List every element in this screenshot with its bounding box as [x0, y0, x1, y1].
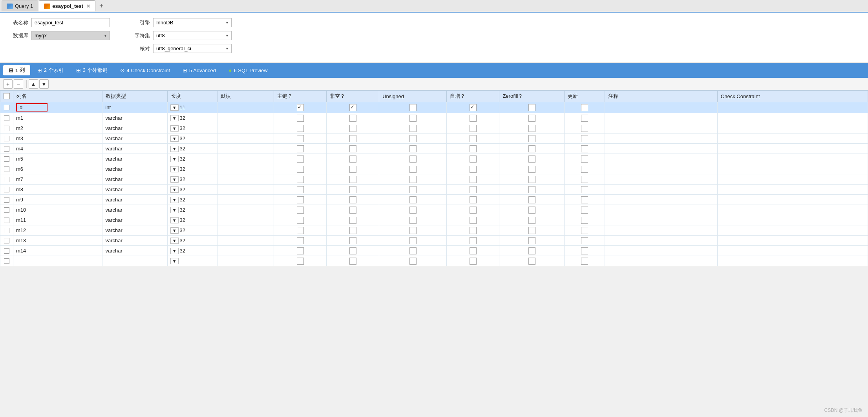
col-length-cell[interactable]: ▼11: [167, 102, 217, 113]
col-zerofill-cell[interactable]: [499, 246, 564, 256]
col-unsigned-cell[interactable]: [379, 164, 447, 174]
unsigned-checkbox[interactable]: [409, 237, 417, 244]
col-type-cell[interactable]: varchar: [102, 144, 167, 154]
col-auto-inc-cell[interactable]: [447, 144, 499, 154]
col-type-cell[interactable]: varchar: [102, 113, 167, 123]
col-unsigned-cell[interactable]: [379, 134, 447, 144]
col-auto-inc-cell[interactable]: [447, 195, 499, 205]
notnull-checkbox[interactable]: [349, 176, 356, 183]
tab-advanced[interactable]: ⊞ 5 Advanced: [177, 66, 221, 75]
pk-checkbox[interactable]: [297, 186, 304, 193]
length-dropdown-arrow[interactable]: ▼: [170, 207, 179, 213]
col-pk-cell[interactable]: [274, 225, 327, 236]
col-check-constraint-cell[interactable]: [717, 164, 868, 174]
update-checkbox[interactable]: [581, 135, 588, 142]
notnull-checkbox[interactable]: [349, 237, 356, 244]
unsigned-checkbox[interactable]: [409, 207, 417, 214]
zerofill-checkbox[interactable]: [528, 247, 535, 254]
col-type-cell[interactable]: varchar: [102, 246, 167, 256]
col-unsigned-cell[interactable]: [379, 123, 447, 134]
col-length-cell[interactable]: ▼32: [167, 134, 217, 144]
col-comment-cell[interactable]: [605, 215, 717, 225]
close-icon[interactable]: ✕: [86, 4, 90, 9]
col-length-cell[interactable]: ▼32: [167, 215, 217, 225]
col-auto-inc-cell[interactable]: [447, 236, 499, 246]
col-length-cell[interactable]: ▼32: [167, 144, 217, 154]
col-type-cell[interactable]: [102, 256, 167, 266]
col-update-cell[interactable]: [564, 246, 605, 256]
move-up-button[interactable]: ▲: [29, 79, 38, 89]
col-check-constraint-cell[interactable]: [717, 225, 868, 236]
col-notnull-cell[interactable]: [327, 205, 379, 215]
auto-inc-checkbox[interactable]: [470, 104, 477, 111]
col-default-cell[interactable]: [217, 102, 274, 113]
engine-select[interactable]: InnoDB: [153, 18, 232, 27]
col-length-cell[interactable]: ▼32: [167, 113, 217, 123]
tab-query1[interactable]: Query 1: [2, 0, 38, 11]
col-unsigned-cell[interactable]: [379, 144, 447, 154]
col-default-cell[interactable]: [217, 215, 274, 225]
col-pk-cell[interactable]: [274, 256, 327, 266]
header-checkbox[interactable]: [4, 93, 10, 99]
col-type-cell[interactable]: int: [102, 102, 167, 113]
col-zerofill-cell[interactable]: [499, 134, 564, 144]
col-update-cell[interactable]: [564, 113, 605, 123]
col-notnull-cell[interactable]: [327, 154, 379, 164]
col-unsigned-cell[interactable]: [379, 246, 447, 256]
col-default-cell[interactable]: [217, 154, 274, 164]
row-select-checkbox[interactable]: [4, 218, 9, 223]
col-default-cell[interactable]: [217, 225, 274, 236]
col-unsigned-cell[interactable]: [379, 215, 447, 225]
col-type-cell[interactable]: varchar: [102, 215, 167, 225]
unsigned-checkbox[interactable]: [409, 186, 417, 193]
col-check-constraint-cell[interactable]: [717, 236, 868, 246]
notnull-checkbox[interactable]: [349, 196, 356, 203]
row-select-checkbox[interactable]: [4, 166, 9, 172]
unsigned-checkbox[interactable]: [409, 258, 417, 265]
col-notnull-cell[interactable]: [327, 144, 379, 154]
col-zerofill-cell[interactable]: [499, 113, 564, 123]
col-update-cell[interactable]: [564, 225, 605, 236]
length-dropdown-arrow[interactable]: ▼: [170, 115, 179, 121]
col-unsigned-cell[interactable]: [379, 113, 447, 123]
col-pk-cell[interactable]: [274, 102, 327, 113]
col-name-cell[interactable]: m8: [13, 185, 102, 195]
row-select-checkbox[interactable]: [4, 177, 9, 182]
row-select-checkbox[interactable]: [4, 228, 9, 233]
col-length-cell[interactable]: ▼32: [167, 225, 217, 236]
col-notnull-cell[interactable]: [327, 123, 379, 134]
unsigned-checkbox[interactable]: [409, 135, 417, 142]
pk-checkbox[interactable]: [297, 166, 304, 173]
pk-checkbox[interactable]: [297, 247, 304, 254]
zerofill-checkbox[interactable]: [528, 258, 535, 265]
col-comment-cell[interactable]: [605, 195, 717, 205]
update-checkbox[interactable]: [581, 237, 588, 244]
col-zerofill-cell[interactable]: [499, 102, 564, 113]
auto-inc-checkbox[interactable]: [470, 247, 477, 254]
col-type-cell[interactable]: varchar: [102, 236, 167, 246]
auto-inc-checkbox[interactable]: [470, 227, 477, 234]
col-pk-cell[interactable]: [274, 195, 327, 205]
auto-inc-checkbox[interactable]: [470, 135, 477, 142]
col-length-cell[interactable]: ▼: [167, 256, 217, 266]
col-type-cell[interactable]: varchar: [102, 205, 167, 215]
update-checkbox[interactable]: [581, 186, 588, 193]
row-select-checkbox[interactable]: [4, 136, 9, 141]
length-dropdown-arrow[interactable]: ▼: [170, 125, 179, 132]
zerofill-checkbox[interactable]: [528, 227, 535, 234]
col-comment-cell[interactable]: [605, 164, 717, 174]
col-name-cell[interactable]: m3: [13, 134, 102, 144]
col-comment-cell[interactable]: [605, 185, 717, 195]
col-name-cell[interactable]: m5: [13, 154, 102, 164]
col-zerofill-cell[interactable]: [499, 205, 564, 215]
tab-sql-preview[interactable]: ● 6 SQL Preview: [223, 66, 273, 75]
col-check-constraint-cell[interactable]: [717, 154, 868, 164]
col-name-cell[interactable]: m14: [13, 246, 102, 256]
row-select-checkbox[interactable]: [4, 156, 9, 162]
col-default-cell[interactable]: [217, 174, 274, 185]
col-length-cell[interactable]: ▼32: [167, 123, 217, 134]
unsigned-checkbox[interactable]: [409, 115, 417, 122]
update-checkbox[interactable]: [581, 176, 588, 183]
unsigned-checkbox[interactable]: [409, 176, 417, 183]
length-dropdown-arrow[interactable]: ▼: [170, 156, 179, 162]
